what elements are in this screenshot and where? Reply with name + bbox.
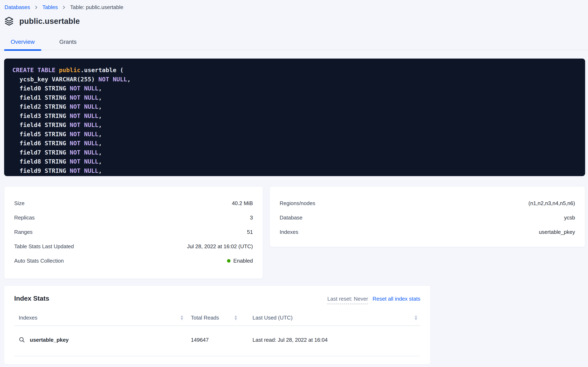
sql-text: , [99, 94, 102, 101]
index-table-header: Indexes Total Reads Last Used (UTC) [14, 312, 420, 324]
sql-keyword: NOT NULL [70, 121, 99, 128]
index-table-row[interactable]: usertable_pkey 149647 Last read: Jul 28,… [14, 326, 420, 354]
sort-carets-icon[interactable] [234, 315, 237, 320]
sql-text: , [99, 131, 102, 138]
sql-line: field4 STRING NOT NULL, [12, 120, 577, 130]
overview-cards: Size 40.2 MiB Replicas 3 Ranges 51 Table… [4, 186, 585, 279]
sql-keyword: NOT NULL [70, 94, 99, 101]
sql-text: , [99, 112, 102, 119]
detail-label: Table Stats Last Updated [14, 243, 74, 250]
last-used-cell: Last read: Jul 28, 2022 at 16:04 [240, 337, 420, 343]
sql-line: CREATE TABLE public.usertable ( [12, 66, 577, 75]
green-status-dot [227, 259, 231, 263]
sql-line: field6 STRING NOT NULL, [12, 139, 577, 148]
status-text: Enabled [233, 258, 253, 264]
sql-text: , [99, 167, 102, 174]
sql-line: field5 STRING NOT NULL, [12, 130, 577, 139]
breadcrumb: Databases Tables Table: public.usertable [0, 0, 588, 10]
index-stats-card: Index Stats Last reset: Never Reset all … [4, 285, 431, 364]
detail-value: ycsb [564, 215, 575, 221]
detail-label: Indexes [280, 229, 298, 235]
sql-keyword: NOT NULL [70, 149, 99, 156]
sort-carets-icon[interactable] [180, 315, 183, 320]
column-header-total-reads[interactable]: Total Reads [186, 315, 240, 321]
sql-line: field3 STRING NOT NULL, [12, 111, 577, 121]
sql-text: field2 STRING [12, 103, 70, 110]
column-label: Last Used (UTC) [252, 315, 293, 321]
table-location-card: Regions/nodes (n1,n2,n3,n4,n5,n6) Databa… [270, 186, 585, 247]
detail-label: Auto Stats Collection [14, 258, 64, 264]
detail-value: 40.2 MiB [232, 200, 253, 207]
page-title: public.usertable [19, 17, 80, 26]
sql-schema-name: public [59, 67, 81, 74]
column-label: Total Reads [191, 315, 219, 321]
column-header-last-used[interactable]: Last Used (UTC) [240, 315, 420, 321]
sql-text: field5 STRING [12, 131, 70, 138]
sql-line: field0 STRING NOT NULL, [12, 84, 577, 93]
sql-text: field9 STRING [12, 167, 70, 174]
sql-text: , [127, 76, 131, 83]
index-stats-actions: Last reset: Never Reset all index stats [327, 296, 420, 304]
breadcrumb-link-databases[interactable]: Databases [5, 4, 30, 10]
column-label: Indexes [19, 315, 37, 321]
sql-text: ycsb_key VARCHAR(255) [12, 76, 99, 83]
index-stats-header: Index Stats Last reset: Never Reset all … [14, 295, 420, 304]
sort-carets-icon[interactable] [414, 315, 417, 320]
sql-keyword: NOT NULL [70, 131, 99, 138]
detail-row-auto-stats: Auto Stats Collection Enabled [14, 254, 253, 268]
detail-row-stats-updated: Table Stats Last Updated Jul 28, 2022 at… [14, 239, 253, 254]
breadcrumb-current: Table: public.usertable [70, 4, 123, 10]
detail-value: Enabled [227, 258, 253, 264]
tab-grants[interactable]: Grants [53, 34, 83, 50]
sql-line: field2 STRING NOT NULL, [12, 102, 577, 111]
sql-line: field9 STRING NOT NULL, [12, 166, 577, 175]
index-name-cell: usertable_pkey [14, 337, 186, 343]
sql-line: ycsb_key VARCHAR(255) NOT NULL, [12, 75, 577, 84]
sql-line: field8 STRING NOT NULL, [12, 157, 577, 166]
tab-bar: Overview Grants [0, 34, 588, 50]
sql-line: field1 STRING NOT NULL, [12, 93, 577, 102]
detail-value: 51 [247, 229, 253, 235]
sql-text: field1 STRING [12, 94, 70, 101]
layers-icon [4, 16, 14, 26]
sql-text: field0 STRING [12, 85, 70, 92]
detail-label: Regions/nodes [280, 200, 315, 207]
index-name: usertable_pkey [30, 337, 69, 343]
index-stats-title: Index Stats [14, 295, 49, 302]
sql-text: , [99, 149, 102, 156]
chevron-right-icon [62, 5, 66, 10]
total-reads-cell: 149647 [186, 337, 240, 343]
detail-row-replicas: Replicas 3 [14, 210, 253, 225]
detail-value: usertable_pkey [539, 229, 575, 235]
sql-text: field7 STRING [12, 149, 70, 156]
sql-keyword: NOT NULL [70, 140, 99, 147]
detail-label: Size [14, 200, 25, 207]
sql-text: field4 STRING [12, 121, 70, 128]
last-reset-label[interactable]: Last reset: Never [327, 296, 368, 304]
reset-index-stats-link[interactable]: Reset all index stats [373, 296, 420, 302]
sql-keyword: NOT NULL [99, 76, 127, 83]
detail-value: 3 [250, 215, 253, 221]
table-row-divider [14, 356, 420, 356]
page-header: public.usertable [4, 16, 588, 26]
detail-row-size: Size 40.2 MiB [14, 196, 253, 210]
sql-keyword: NOT NULL [70, 103, 99, 110]
column-header-indexes[interactable]: Indexes [14, 315, 186, 321]
main-content: CREATE TABLE public.usertable ( ycsb_key… [0, 58, 588, 364]
detail-row-ranges: Ranges 51 [14, 225, 253, 239]
sql-text: , [99, 158, 102, 165]
detail-label: Database [280, 215, 302, 221]
sql-keyword: NOT NULL [70, 112, 99, 119]
sql-text: , [99, 85, 102, 92]
sql-keyword: CREATE TABLE [12, 67, 59, 74]
detail-row-regions: Regions/nodes (n1,n2,n3,n4,n5,n6) [280, 196, 575, 210]
detail-label: Replicas [14, 215, 35, 221]
breadcrumb-link-tables[interactable]: Tables [42, 4, 58, 10]
sql-text: field8 STRING [12, 158, 70, 165]
tab-overview[interactable]: Overview [4, 34, 41, 50]
detail-row-indexes: Indexes usertable_pkey [280, 225, 575, 239]
sql-text: field6 STRING [12, 140, 70, 147]
sql-line: field7 STRING NOT NULL, [12, 148, 577, 157]
sql-text: , [99, 103, 102, 110]
detail-value: (n1,n2,n3,n4,n5,n6) [528, 200, 575, 207]
